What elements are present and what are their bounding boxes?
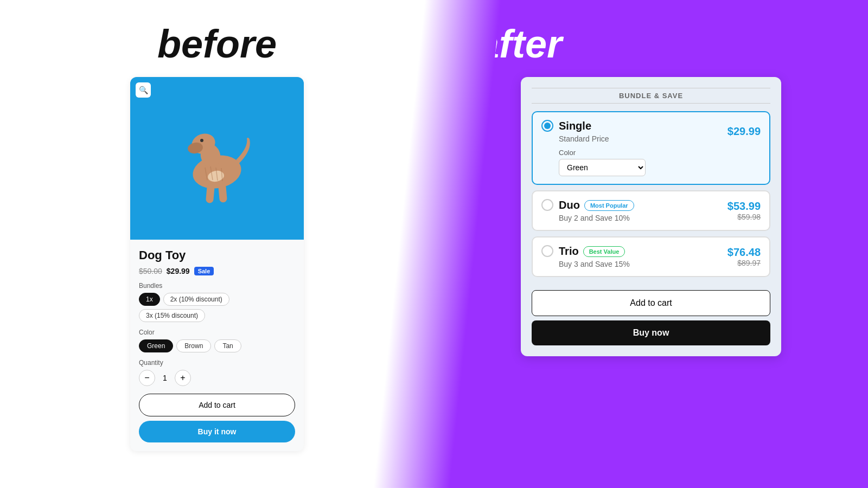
bundle-option-trio[interactable]: Trio Best Value Buy 3 and Save 15% $76.4… (532, 236, 770, 277)
bundle-duo-name: Duo (559, 199, 580, 211)
bundle-duo-tag: Most Popular (584, 200, 634, 211)
bundle-duo-price-col: $53.99 $59.98 (727, 200, 761, 221)
radio-trio[interactable] (541, 245, 553, 257)
color-btn-green[interactable]: Green (139, 339, 173, 352)
radio-duo[interactable] (541, 199, 553, 211)
before-add-to-cart-button[interactable]: Add to cart (139, 394, 295, 416)
color-select[interactable]: Green Brown Tan (559, 159, 646, 176)
bundle-duo-left: Duo Most Popular Buy 2 and Save 10% (541, 199, 634, 222)
zoom-icon[interactable]: 🔍 (136, 82, 151, 98)
bundle-trio-tag: Best Value (583, 246, 626, 257)
quantity-label: Quantity (139, 359, 295, 367)
bundle-single-price-col: $29.99 (727, 125, 761, 138)
quantity-row: − 1 + (139, 370, 295, 386)
after-panel: after BUNDLE & SAVE Single Standard Pric… (434, 0, 868, 488)
qty-increase-btn[interactable]: + (175, 370, 191, 386)
bundle-save-header: BUNDLE & SAVE (532, 88, 770, 104)
bundle-duo-price-original: $59.98 (727, 213, 761, 221)
before-card-body: Dog Toy $50.00 $29.99 Sale Bundles 1x 2x… (130, 240, 304, 451)
bundle-duo-price: $53.99 (727, 200, 761, 213)
qty-value: 1 (155, 374, 175, 382)
after-add-to-cart-button[interactable]: Add to cart (532, 290, 770, 316)
bundle-option-duo[interactable]: Duo Most Popular Buy 2 and Save 10% $53.… (532, 190, 770, 231)
product-title: Dog Toy (139, 248, 295, 262)
bundle-trio-left: Trio Best Value Buy 3 and Save 15% (541, 245, 630, 268)
price-original: $50.00 (139, 267, 162, 275)
product-image-container: 🔍 (130, 77, 304, 240)
bundle-single-name: Single (559, 120, 609, 132)
after-label: after (477, 22, 562, 66)
bundle-single-info: Single Standard Price (559, 120, 609, 143)
bundle-single-subtitle: Standard Price (559, 134, 609, 143)
bundle-duo-name-row: Duo Most Popular (559, 199, 634, 211)
bundle-option-duo-body: Duo Most Popular Buy 2 and Save 10% $53.… (541, 199, 761, 222)
bundle-trio-info: Trio Best Value Buy 3 and Save 15% (559, 245, 630, 268)
sale-badge: Sale (194, 267, 214, 275)
bundle-trio-price: $76.48 (727, 246, 761, 259)
bundle-trio-name: Trio (559, 245, 579, 258)
bundle-btn-3x[interactable]: 3x (15% discount) (139, 309, 205, 322)
bundle-trio-price-original: $89.97 (727, 259, 761, 267)
bundle-trio-price-col: $76.48 $89.97 (727, 246, 761, 267)
product-image (163, 96, 271, 221)
radio-single[interactable] (541, 120, 553, 132)
color-label: Color (139, 329, 295, 336)
color-section: Color Green Brown Tan (559, 149, 761, 176)
color-btn-brown[interactable]: Brown (176, 339, 211, 352)
after-card: BUNDLE & SAVE Single Standard Price $29.… (521, 77, 781, 356)
color-row: Green Brown Tan (139, 339, 295, 352)
bundle-trio-name-row: Trio Best Value (559, 245, 630, 258)
bundle-option-trio-body: Trio Best Value Buy 3 and Save 15% $76.4… (541, 245, 761, 268)
before-buy-now-button[interactable]: Buy it now (139, 421, 295, 442)
price-sale: $29.99 (167, 267, 190, 275)
color-section-label: Color (559, 149, 761, 157)
bundle-btn-1x[interactable]: 1x (139, 293, 160, 306)
bundles-row: 1x 2x (10% discount) 3x (15% discount) (139, 293, 295, 322)
before-card: 🔍 (130, 77, 304, 451)
bundles-label: Bundles (139, 282, 295, 290)
price-row: $50.00 $29.99 Sale (139, 267, 295, 275)
qty-decrease-btn[interactable]: − (139, 370, 155, 386)
bundle-option-single[interactable]: Single Standard Price $29.99 Color Green… (532, 111, 770, 185)
color-btn-tan[interactable]: Tan (214, 339, 241, 352)
bundle-duo-subtitle: Buy 2 and Save 10% (559, 214, 634, 222)
before-label: before (157, 22, 277, 66)
before-panel: before 🔍 (0, 0, 434, 488)
bundle-btn-2x[interactable]: 2x (10% discount) (163, 293, 229, 306)
bundle-option-single-body: Single Standard Price $29.99 (541, 120, 761, 143)
svg-point-4 (200, 139, 203, 142)
bundle-single-left: Single Standard Price (541, 120, 609, 143)
after-buy-now-button[interactable]: Buy now (532, 320, 770, 345)
bundle-duo-info: Duo Most Popular Buy 2 and Save 10% (559, 199, 634, 222)
bundle-trio-subtitle: Buy 3 and Save 15% (559, 260, 630, 268)
bundle-single-price: $29.99 (727, 125, 761, 138)
